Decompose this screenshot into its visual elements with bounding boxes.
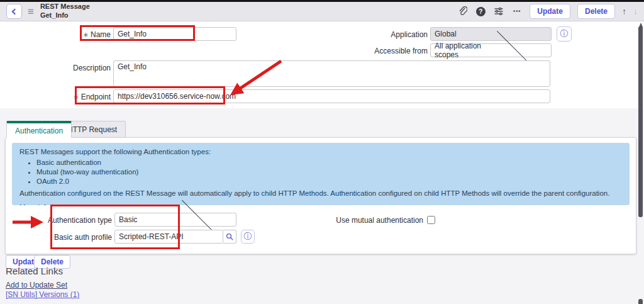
previous-record-icon[interactable] bbox=[622, 6, 626, 16]
page-title-type: REST Message bbox=[40, 3, 90, 11]
next-record-icon bbox=[633, 6, 638, 16]
sn-utils-versions-link[interactable]: [SN Utils] Versions (1) bbox=[6, 290, 79, 299]
rest-message-form: ∗Name Application Accessible from All ap… bbox=[0, 21, 644, 108]
help-icon[interactable] bbox=[475, 6, 486, 17]
description-label: Description bbox=[63, 62, 111, 74]
add-to-update-set-link[interactable]: Add to Update Set bbox=[6, 281, 67, 290]
description-textarea[interactable]: Get_Info bbox=[113, 60, 550, 87]
chevron-left-icon bbox=[12, 8, 18, 14]
use-mutual-authentication-checkbox[interactable] bbox=[427, 216, 435, 224]
search-icon[interactable] bbox=[223, 230, 236, 244]
authentication-type-select[interactable]: Basic bbox=[114, 213, 236, 227]
basic-auth-profile-input[interactable] bbox=[114, 230, 223, 244]
application-input bbox=[430, 27, 552, 41]
required-indicator: ∗ bbox=[73, 93, 79, 101]
authentication-panel: REST Messages support the following Auth… bbox=[5, 137, 636, 254]
scrollbar-thumb-tip[interactable] bbox=[639, 23, 643, 27]
form-header-bar: REST Message Get_Info Update Delete bbox=[0, 2, 644, 21]
info-note: Authentication configured on the REST Me… bbox=[19, 189, 622, 198]
scrollbar[interactable] bbox=[638, 27, 643, 217]
authentication-type-label: Authentication type bbox=[18, 214, 112, 227]
endpoint-label: ∗Endpoint bbox=[63, 91, 111, 103]
more-options-icon[interactable] bbox=[511, 6, 523, 17]
list-item: Mutual (two-way authentication) bbox=[36, 167, 622, 176]
basic-auth-profile-info-icon[interactable] bbox=[241, 230, 255, 244]
back-button[interactable] bbox=[6, 4, 22, 19]
basic-auth-profile-label: Basic auth profile bbox=[18, 231, 112, 244]
header-update-button[interactable]: Update bbox=[530, 4, 570, 19]
page-title: REST Message Get_Info bbox=[40, 3, 90, 20]
required-indicator: ∗ bbox=[83, 31, 89, 38]
header-actions: Update Delete bbox=[457, 4, 638, 19]
use-mutual-authentication-label: Use mutual authentication bbox=[297, 214, 423, 227]
name-input[interactable] bbox=[113, 27, 236, 41]
list-item: Basic authentication bbox=[36, 158, 622, 167]
tab-authentication[interactable]: Authentication bbox=[6, 121, 72, 138]
personalize-form-icon[interactable] bbox=[493, 6, 504, 17]
list-item: OAuth 2.0 bbox=[36, 177, 622, 186]
accessible-from-select[interactable]: All application scopes bbox=[430, 43, 552, 57]
related-links-title: Related Links bbox=[6, 266, 63, 276]
endpoint-input[interactable] bbox=[113, 89, 550, 103]
context-menu-icon[interactable] bbox=[28, 6, 34, 17]
authentication-info-message: REST Messages support the following Auth… bbox=[12, 143, 630, 205]
scrollbar-bottom-segment[interactable] bbox=[638, 299, 643, 304]
info-intro: REST Messages support the following Auth… bbox=[19, 147, 622, 156]
tabbed-section: Authentication HTTP Request REST Message… bbox=[0, 108, 644, 304]
accessible-from-label: Accessible from bbox=[340, 45, 428, 57]
application-label: Application bbox=[352, 28, 428, 41]
header-delete-button[interactable]: Delete bbox=[577, 4, 615, 19]
paperclip-icon[interactable] bbox=[457, 6, 468, 17]
name-label: ∗Name bbox=[63, 28, 111, 41]
more-info-link[interactable]: More info bbox=[19, 203, 50, 205]
page-title-record: Get_Info bbox=[40, 11, 90, 20]
application-info-icon[interactable] bbox=[557, 26, 572, 42]
auth-types-list: Basic authentication Mutual (two-way aut… bbox=[36, 158, 622, 186]
